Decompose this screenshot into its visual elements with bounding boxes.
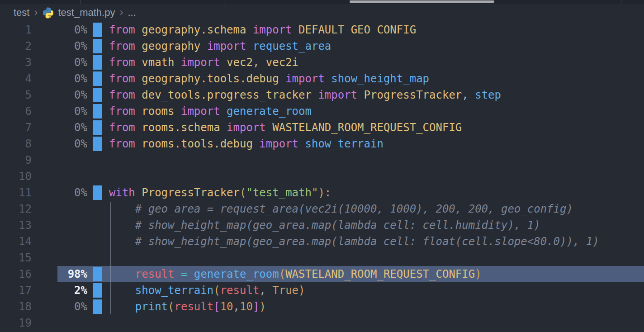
- token-pl: [109, 284, 135, 297]
- token-pl: [175, 105, 181, 118]
- code-line[interactable]: 80%from rooms.tools.debug import show_te…: [0, 136, 644, 152]
- line-number[interactable]: 18: [0, 299, 32, 315]
- code-line[interactable]: 1698% result = generate_room(WASTELAND_R…: [0, 266, 644, 282]
- token-b2: [: [213, 300, 220, 313]
- line-number[interactable]: 13: [0, 217, 32, 233]
- breadcrumb-symbol-more[interactable]: ...: [128, 7, 136, 19]
- code-line[interactable]: 12 # geo_area = request_area(vec2i(10000…: [0, 201, 644, 217]
- coverage-gutter-marker: [93, 299, 102, 314]
- tab-divider: [621, 0, 621, 4]
- token-pl: [135, 105, 142, 118]
- line-number[interactable]: 15: [0, 250, 32, 266]
- line-number[interactable]: 16: [0, 266, 32, 282]
- code-line[interactable]: 70%from rooms.schema import WASTELAND_RO…: [0, 119, 644, 136]
- token-pl: [175, 56, 181, 69]
- token-num: True: [272, 284, 298, 297]
- code-line[interactable]: 14 # show_height_map(geo_area.map(lambda…: [0, 233, 644, 250]
- horizontal-scrollbar-thumb[interactable]: [350, 0, 494, 3]
- line-number[interactable]: 6: [0, 103, 32, 119]
- token-cm: # show_height_map(geo_area.map(lambda ce…: [109, 219, 540, 232]
- coverage-gutter-marker: [93, 120, 102, 135]
- token-type: vec2: [227, 56, 253, 69]
- coverage-gutter-marker: [93, 104, 102, 119]
- code-line[interactable]: 30%from vmath import vec2, vec2i: [0, 54, 644, 71]
- line-number[interactable]: 8: [0, 136, 32, 152]
- coverage-percentage: 0%: [32, 71, 87, 87]
- code-line[interactable]: 172% show_terrain(result, True): [0, 282, 644, 299]
- token-kw: from: [109, 105, 135, 118]
- line-number[interactable]: 7: [0, 119, 32, 136]
- token-type: rooms: [142, 105, 174, 118]
- token-kw: import: [318, 89, 357, 101]
- token-pl: :: [325, 186, 331, 199]
- code-line[interactable]: 19: [0, 315, 644, 331]
- token-fn: show_height_map: [331, 72, 429, 85]
- code-line[interactable]: 110%with ProgressTracker("test_math"):: [0, 185, 644, 201]
- code-line[interactable]: 40%from geography.tools.debug import sho…: [0, 71, 644, 87]
- token-pl: ,: [233, 300, 240, 313]
- code-line[interactable]: 9: [0, 152, 644, 168]
- line-number[interactable]: 14: [0, 233, 32, 250]
- line-number[interactable]: 4: [0, 71, 32, 87]
- code-line[interactable]: 13 # show_height_map(geo_area.map(lambda…: [0, 217, 644, 233]
- line-number[interactable]: 12: [0, 201, 32, 217]
- line-number[interactable]: 2: [0, 38, 32, 54]
- line-number[interactable]: 11: [0, 185, 32, 201]
- token-kw: from: [109, 24, 135, 36]
- code-text: print(result[10,10]): [109, 299, 266, 315]
- code-line[interactable]: 180% print(result[10,10]): [0, 299, 644, 315]
- token-pl: [200, 40, 207, 52]
- token-kw: from: [109, 72, 135, 85]
- code-line[interactable]: 15: [0, 250, 644, 266]
- token-type: dev_tools.progress_tracker: [142, 89, 312, 101]
- line-number[interactable]: 5: [0, 87, 32, 103]
- code-line[interactable]: 50%from dev_tools.progress_tracker impor…: [0, 87, 644, 103]
- token-pl: [220, 105, 227, 118]
- line-number[interactable]: 10: [0, 168, 32, 185]
- token-b1: (: [213, 284, 220, 297]
- token-pl: [253, 138, 259, 150]
- token-kw: import: [285, 72, 325, 85]
- token-pl: [135, 40, 142, 52]
- breadcrumb-file[interactable]: test_math.py: [58, 7, 115, 19]
- token-kw: from: [109, 56, 135, 69]
- token-kw: import: [253, 24, 292, 36]
- line-number[interactable]: 9: [0, 152, 32, 168]
- token-type: ProgressTracker: [142, 186, 240, 199]
- token-pl: ,: [253, 56, 266, 69]
- token-fn: generate_room: [194, 268, 279, 280]
- token-str: "test_math": [246, 186, 318, 199]
- line-number[interactable]: 19: [0, 315, 32, 331]
- python-icon: [42, 7, 54, 19]
- line-number[interactable]: 3: [0, 54, 32, 71]
- coverage-percentage: 0%: [32, 38, 87, 54]
- token-pl: [135, 89, 142, 101]
- token-b1: (: [240, 186, 246, 199]
- coverage-percentage: 2%: [32, 282, 87, 299]
- code-line[interactable]: 20%from geography import request_area: [0, 38, 644, 54]
- code-text: from geography import request_area: [109, 38, 331, 54]
- code-text: result = generate_room(WASTELAND_ROOM_RE…: [109, 266, 482, 282]
- coverage-gutter-marker: [93, 23, 102, 37]
- line-number[interactable]: 1: [0, 22, 32, 38]
- token-fn: generate_room: [227, 105, 312, 118]
- code-text: # show_height_map(geo_area.map(lambda ce…: [109, 233, 599, 250]
- breadcrumb-folder[interactable]: test: [14, 7, 29, 19]
- chevron-right-icon: ›: [119, 6, 123, 19]
- code-line[interactable]: 10: [0, 168, 644, 185]
- token-pl: [135, 24, 142, 36]
- code-line[interactable]: 10%from geography.schema import DEFAULT_…: [0, 22, 644, 38]
- token-num: 10: [220, 300, 233, 313]
- token-b1: ): [475, 268, 481, 280]
- coverage-gutter-marker: [93, 185, 102, 200]
- top-strip: [0, 0, 644, 4]
- tab-divider: [224, 0, 224, 4]
- token-type: geography.tools.debug: [142, 72, 279, 85]
- token-pl: ,: [259, 284, 272, 297]
- token-kw: from: [109, 121, 135, 134]
- line-number[interactable]: 17: [0, 282, 32, 299]
- token-pl: [298, 138, 305, 150]
- token-red: result: [220, 284, 260, 297]
- code-line[interactable]: 60%from rooms import generate_room: [0, 103, 644, 119]
- code-text: from vmath import vec2, vec2i: [109, 54, 298, 71]
